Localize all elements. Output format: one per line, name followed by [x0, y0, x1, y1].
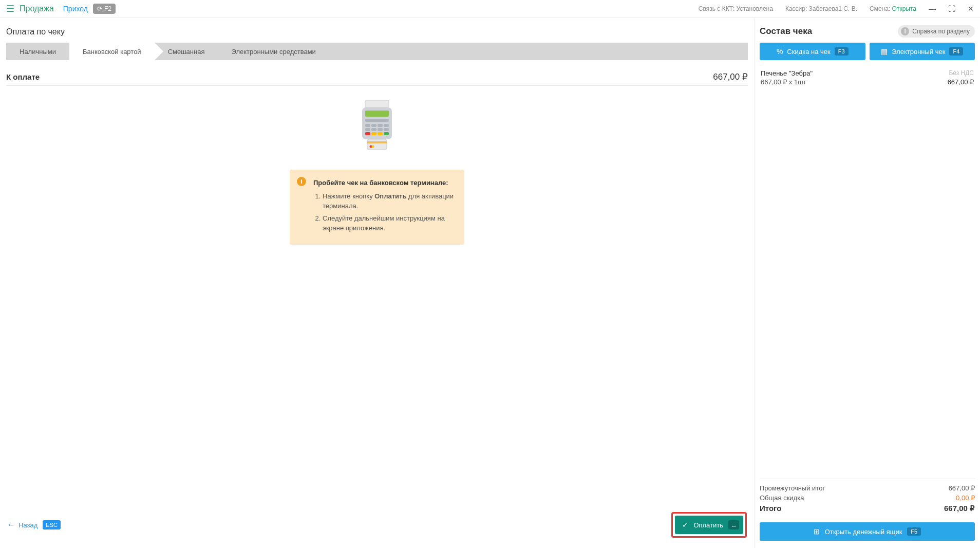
svg-rect-13 [371, 132, 376, 135]
page-title: Оплата по чеку [6, 27, 748, 36]
item-sum: 667,00 ₽ [948, 78, 974, 86]
f5-badge: F5 [907, 527, 921, 536]
main-panel: Оплата по чеку Наличными Банковской карт… [0, 18, 754, 548]
info-step-2: Следуйте дальнейшим инструкциям на экран… [323, 213, 455, 233]
tab-electronic[interactable]: Электронными средствами [218, 43, 329, 60]
svg-rect-16 [367, 139, 387, 150]
mode-income[interactable]: Приход [63, 5, 88, 13]
minimize-icon[interactable]: — [929, 5, 936, 13]
info-heading: Пробейте чек на банковском терминале: [313, 178, 455, 188]
f4-badge: F4 [949, 47, 963, 56]
sidebar-title: Состав чека [760, 26, 812, 36]
help-button[interactable]: i Справка по разделу [898, 25, 975, 38]
percent-icon: % [777, 47, 783, 56]
subtotal-label: Промежуточный итог [760, 484, 825, 492]
maximize-icon[interactable]: ⛶ [948, 5, 955, 13]
info-box: i Пробейте чек на банковском терминале: … [290, 170, 464, 245]
svg-rect-10 [378, 128, 383, 131]
grand-value: 667,00 ₽ [944, 504, 975, 513]
receipt-item: Печенье "Зебра" Без НДС 667,00 ₽ x 1шт 6… [760, 66, 975, 89]
open-drawer-button[interactable]: ⊞ Открыть денежный ящик F5 [760, 522, 975, 541]
svg-rect-2 [365, 111, 389, 117]
svg-point-19 [372, 145, 374, 148]
pos-terminal-icon [357, 100, 397, 152]
info-step-1: Нажмите кнопку Оплатить для активации те… [323, 191, 455, 211]
space-key-badge: ⎵ [728, 520, 739, 529]
tab-mixed[interactable]: Смешанная [155, 43, 218, 60]
item-qty: 667,00 ₽ x 1шт [761, 78, 806, 86]
pay-button[interactable]: ✓ Оплатить ⎵ [675, 516, 743, 534]
svg-rect-3 [365, 119, 389, 122]
menu-icon[interactable]: ☰ [6, 3, 14, 14]
topbar: ☰ Продажа Приход ⟳ F2 Связь с ККТ: Устан… [0, 0, 980, 18]
mode-sale[interactable]: Продажа [20, 4, 54, 13]
svg-rect-0 [365, 100, 389, 107]
check-icon: ✓ [682, 521, 688, 529]
echeck-button[interactable]: ▤ Электронный чек F4 [870, 43, 975, 60]
svg-rect-5 [371, 124, 376, 127]
arrow-left-icon: ← [7, 520, 15, 529]
footer-bar: ← Назад ESC ✓ Оплатить ⎵ [0, 505, 754, 548]
to-pay-amount: 667,00 ₽ [713, 71, 748, 82]
svg-rect-17 [367, 141, 387, 143]
esc-badge: ESC [43, 520, 61, 529]
to-pay-label: К оплате [6, 72, 40, 81]
cashier-status: Кассир: Забегаева1 С. В. [785, 5, 857, 12]
close-icon[interactable]: ✕ [968, 5, 974, 13]
info-icon: i [297, 177, 306, 186]
svg-rect-8 [365, 128, 370, 131]
svg-rect-12 [365, 132, 370, 135]
svg-rect-4 [365, 124, 370, 127]
svg-rect-14 [378, 132, 383, 135]
totals: Промежуточный итог 667,00 ₽ Общая скидка… [760, 479, 975, 515]
grand-label: Итого [760, 504, 781, 513]
pay-button-highlight: ✓ Оплатить ⎵ [671, 512, 747, 538]
discount-value: 0,00 ₽ [956, 494, 975, 502]
info-icon: i [901, 27, 909, 35]
refresh-icon: ⟳ [97, 5, 102, 12]
tab-card[interactable]: Банковской картой [69, 43, 155, 60]
divider [6, 85, 748, 86]
svg-rect-15 [384, 132, 389, 135]
svg-rect-11 [384, 128, 389, 131]
back-button[interactable]: ← Назад ESC [7, 520, 61, 529]
f2-button[interactable]: ⟳ F2 [93, 4, 116, 14]
tab-cash[interactable]: Наличными [6, 43, 69, 60]
svg-rect-7 [384, 124, 389, 127]
discount-button[interactable]: % Скидка на чек F3 [760, 43, 865, 60]
drawer-icon: ⊞ [814, 527, 820, 536]
receipt-sidebar: Состав чека i Справка по разделу % Скидк… [754, 18, 980, 548]
terminal-illustration [354, 100, 400, 153]
receipt-icon: ▤ [881, 47, 888, 56]
kkt-status: Связь с ККТ: Установлена [699, 5, 773, 12]
svg-rect-6 [378, 124, 383, 127]
subtotal-value: 667,00 ₽ [949, 484, 975, 492]
payment-tabs: Наличными Банковской картой Смешанная Эл… [6, 43, 748, 60]
item-vat: Без НДС [949, 69, 974, 77]
svg-rect-9 [371, 128, 376, 131]
f3-badge: F3 [835, 47, 849, 56]
item-name: Печенье "Зебра" [761, 69, 813, 77]
shift-status: Смена: Открыта [870, 5, 916, 12]
discount-label: Общая скидка [760, 494, 804, 502]
to-pay-row: К оплате 667,00 ₽ [6, 71, 748, 82]
